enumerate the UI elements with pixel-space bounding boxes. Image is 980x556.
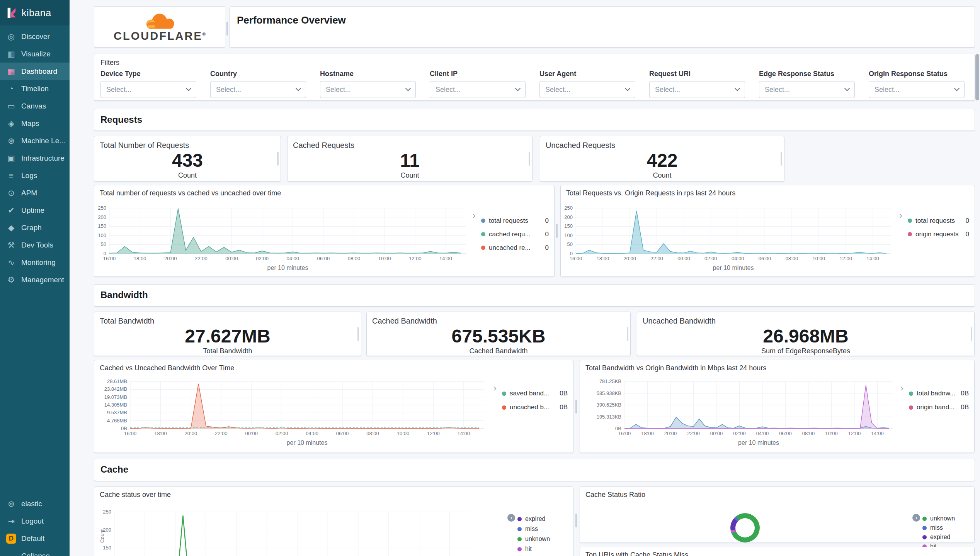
x-axis-tick-label: 10:00 [375,256,394,261]
legend-collapse-icon[interactable]: › [493,385,497,392]
sidebar-item-maps[interactable]: ◈Maps [0,115,70,132]
sidebar-item-visualize[interactable]: ▥Visualize [0,45,70,63]
legend-item[interactable]: total requests0 [908,214,969,227]
x-axis-title: per 10 minutes [109,264,466,271]
sidebar-item-uptime[interactable]: ✔Uptime [0,202,70,219]
legend-label: unknown [930,515,955,522]
sidebar-item-machine-le[interactable]: ⊛Machine Le... [0,132,70,149]
filter-select-edge-response-status[interactable]: Select... [759,81,855,98]
sidebar-item-monitoring[interactable]: ∿Monitoring [0,254,70,271]
section-title: Requests [94,109,975,130]
legend-item[interactable]: origin requests0 [908,227,969,241]
filter-select-client-ip[interactable]: Select... [430,81,526,98]
sidebar-item-dashboard[interactable]: ▦Dashboard [0,63,70,80]
section-header-requests: Requests [94,109,975,131]
legend-item[interactable]: unknown [517,534,568,544]
bandwidth-vs-origin-plot[interactable] [624,381,893,429]
sidebar-item-infrastructure[interactable]: ▣Infrastructure [0,149,70,167]
metric-cached-requests: Cached Requests 11 Count [287,136,533,181]
legend-item[interactable]: cached requ...0 [481,227,549,241]
filter-select-hostname[interactable]: Select... [320,81,416,98]
panel-resize-handle[interactable] [575,400,577,414]
legend-item[interactable]: uncached b...0B [502,400,568,414]
sidebar-item-graph[interactable]: ◆Graph [0,219,70,236]
panel-resize-handle[interactable] [971,327,972,341]
legend-item[interactable]: expired [922,532,969,542]
legend-collapse-icon[interactable]: › [507,514,515,522]
panel-resize-handle[interactable] [277,152,279,166]
cache-status-over-time-plot[interactable] [114,512,470,556]
chart-panel-requests-vs-origin: Total Requests vs. Origin Requests in rp… [560,185,975,277]
bandwidth-over-time-plot[interactable] [130,381,484,429]
legend-label: uncached re... [489,244,531,252]
sidebar-item-logs[interactable]: ≡Logs [0,167,70,184]
chart-title: Top URIs with Cache Status Miss [585,551,688,556]
y-axis-title: Count [99,528,105,545]
kibana-brand[interactable]: kibana [0,0,70,25]
sidebar-footer-nav: ⊚elastic⇥LogoutDDefault←Collapse [0,495,70,556]
scrollbar-thumb[interactable] [975,54,979,100]
metric-total-requests: Total Number of Requests 433 Count [94,136,281,181]
x-axis-tick-label: 12:00 [845,431,864,436]
legend-collapse-icon[interactable]: › [900,385,903,392]
sidebar-item-timelion[interactable]: ◔Timelion [0,80,70,97]
sidebar-item-elastic[interactable]: ⊚elastic [0,495,70,512]
legend-collapse-icon[interactable]: › [912,514,920,522]
legend-item[interactable]: miss [922,523,969,532]
requests-vs-origin-plot[interactable] [576,208,891,254]
filter-select-country[interactable]: Select... [210,81,306,98]
panel-resize-handle[interactable] [627,327,628,341]
legend-item[interactable]: total badnw...0B [909,386,969,400]
cloudflare-wordmark: CLOUDFLARE® [114,30,206,42]
sidebar-item-management[interactable]: ⚙Management [0,271,70,288]
metric-value: 11 [293,151,527,170]
sidebar-item-default[interactable]: DDefault [0,530,70,547]
legend-item[interactable]: saved band...0B [502,386,568,400]
legend-collapse-icon[interactable]: › [473,212,476,219]
sidebar-item-dev-tools[interactable]: ⚒Dev Tools [0,236,70,254]
sidebar-item-logout[interactable]: ⇥Logout [0,512,70,530]
sidebar-item-label: Management [21,276,64,284]
donut-hole [735,518,755,537]
chart-title: Total Bandwidth vs Origin Bandwidth in M… [585,364,766,372]
filter-hostname: HostnameSelect... [320,70,416,98]
legend-item[interactable]: unknown [922,514,969,523]
legend-collapse-icon[interactable]: › [899,212,902,219]
legend-dot [922,526,927,530]
panel-resize-handle[interactable] [556,224,558,238]
legend-item[interactable]: expired [517,514,568,524]
metric-title: Total Number of Requests [100,141,275,150]
cache-ratio-donut[interactable] [730,513,760,542]
legend-dot [922,535,927,539]
legend-item[interactable]: revalidated [517,554,568,556]
sidebar-item-collapse[interactable]: ←Collapse [0,547,70,556]
filter-select-device-type[interactable]: Select... [100,81,196,98]
filter-select-request-uri[interactable]: Select... [649,81,745,98]
chart-title: Cached vs Uncached Bandwidth Over Time [100,364,234,372]
requests-over-time-plot[interactable] [109,208,466,254]
metric-sub: Cached Bandwidth [372,347,625,355]
sidebar-item-discover[interactable]: ◎Discover [0,28,70,45]
panel-resize-handle[interactable] [781,152,782,166]
sidebar-item-canvas[interactable]: ▭Canvas [0,97,70,115]
legend-label: saved band... [510,390,549,397]
panel-resize-handle[interactable] [226,22,228,36]
panel-resize-handle[interactable] [529,152,530,166]
filter-select-user-agent[interactable]: Select... [539,81,635,98]
legend-value: 0B [958,403,969,411]
legend-item[interactable]: uncached re...0 [481,241,549,254]
x-axis-tick-label: 14:00 [436,256,455,261]
legend-item[interactable]: hit [517,544,568,554]
legend-dot [909,405,913,410]
legend-item[interactable]: total requests0 [481,214,549,227]
metric-uncached-bandwidth: Uncached Bandwidth 26.968MB Sum of EdgeR… [637,312,975,356]
legend-item[interactable]: origin band...0B [909,400,969,414]
legend-dot [502,392,506,396]
filter-select-origin-response-status[interactable]: Select... [869,81,965,98]
panel-resize-handle[interactable] [357,327,359,341]
chart-title: Total Requests vs. Origin Requests in rp… [566,189,735,197]
legend-item[interactable]: miss [517,524,568,534]
sidebar-item-apm[interactable]: ⊙APM [0,184,70,202]
panel-resize-handle[interactable] [575,514,577,527]
chart-panel-bandwidth-vs-origin: Total Bandwidth vs Origin Bandwidth in M… [580,360,975,453]
